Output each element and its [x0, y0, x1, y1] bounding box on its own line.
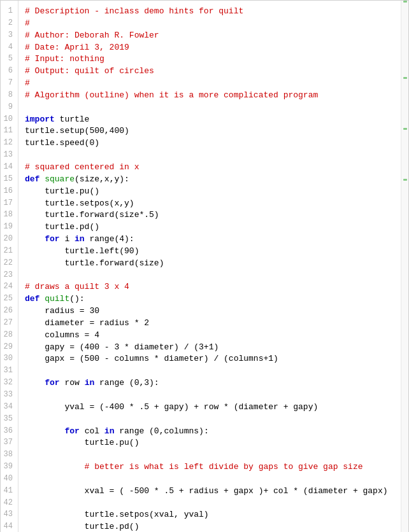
token: quilt	[45, 294, 69, 304]
line-number-24: 24	[3, 281, 15, 293]
line-number-36: 36	[3, 426, 15, 438]
token: turtle.setpos(x,y)	[25, 199, 134, 208]
line-number-26: 26	[3, 305, 15, 318]
token: gapx = (500 - columns * diameter) / (col…	[25, 354, 278, 363]
line-number-17: 17	[3, 198, 15, 210]
token: for	[25, 426, 80, 436]
line-number-16: 16	[3, 186, 15, 198]
token: in	[85, 378, 95, 388]
code-line-38	[25, 449, 396, 461]
code-line-2: #	[25, 18, 396, 30]
code-line-42	[25, 498, 396, 510]
code-line-37: turtle.pu()	[25, 437, 396, 449]
code-line-13	[25, 150, 396, 162]
code-line-4: # Date: April 3, 2019	[25, 42, 396, 54]
token: radius = 30	[25, 306, 99, 316]
line-number-12: 12	[3, 137, 15, 150]
line-number-10: 10	[3, 114, 15, 126]
code-line-7: #	[25, 78, 396, 90]
token: diameter = radius * 2	[25, 318, 149, 328]
line-number-14: 14	[3, 162, 15, 174]
code-line-30: gapx = (500 - columns * diameter) / (col…	[25, 353, 396, 365]
code-line-11: turtle.setup(500,400)	[25, 125, 396, 137]
code-content[interactable]: # Description - inclass demo hints for q…	[18, 1, 401, 532]
code-line-27: diameter = radius * 2	[25, 318, 396, 330]
code-line-23	[25, 270, 396, 282]
token: turtle.pd()	[25, 522, 139, 531]
code-line-9	[25, 102, 396, 114]
token: turtle.forward(size*.5)	[25, 210, 159, 220]
line-number-13: 13	[3, 150, 15, 162]
token: columns = 4	[25, 330, 99, 340]
token: ():	[69, 294, 84, 304]
token: import	[25, 115, 55, 124]
token: range (0,columns):	[114, 426, 208, 436]
line-number-1: 1	[3, 6, 15, 18]
token: turtle.pd()	[25, 222, 99, 232]
code-line-21: turtle.left(90)	[25, 246, 396, 258]
token: for	[25, 378, 60, 388]
line-number-18: 18	[3, 209, 15, 221]
token: col	[80, 426, 104, 436]
code-line-15: def square(size,x,y):	[25, 174, 396, 186]
token: # Output: quilt of circles	[25, 66, 154, 76]
line-number-8: 8	[3, 90, 15, 102]
line-number-32: 32	[3, 377, 15, 389]
token: i	[60, 234, 75, 244]
code-line-36: for col in range (0,columns):	[25, 426, 396, 438]
line-number-19: 19	[3, 221, 15, 234]
line-number-15: 15	[3, 174, 15, 186]
line-number-31: 31	[3, 365, 15, 377]
token: for	[25, 234, 60, 244]
gutter-change-mark	[403, 77, 407, 79]
code-line-1: # Description - inclass demo hints for q…	[25, 6, 396, 18]
token: turtle	[55, 115, 90, 124]
token: # better is what is left divide by gaps …	[25, 462, 363, 472]
code-line-43: turtle.setpos(xval, yval)	[25, 509, 396, 521]
line-number-25: 25	[3, 293, 15, 305]
token: in	[75, 234, 85, 244]
token: def	[25, 174, 39, 184]
line-number-6: 6	[3, 66, 15, 78]
token: turtle.pu()	[25, 186, 99, 196]
code-line-32: for row in range (0,3):	[25, 377, 396, 389]
line-number-3: 3	[3, 30, 15, 42]
code-line-28: columns = 4	[25, 330, 396, 342]
line-number-35: 35	[3, 414, 15, 426]
token: square	[45, 174, 75, 184]
gutter-change-mark	[403, 179, 407, 181]
gutter-change-mark	[403, 128, 407, 130]
token: turtle.forward(size)	[25, 258, 164, 268]
code-line-33	[25, 389, 396, 402]
token: range(4):	[85, 234, 134, 244]
line-number-29: 29	[3, 342, 15, 354]
token: row	[60, 378, 85, 388]
line-number-39: 39	[3, 461, 15, 473]
line-number-27: 27	[3, 318, 15, 330]
line-number-2: 2	[3, 18, 15, 30]
line-number-5: 5	[3, 53, 15, 66]
code-line-17: turtle.setpos(x,y)	[25, 198, 396, 210]
token: # squared centered in x	[25, 162, 139, 172]
code-line-35	[25, 414, 396, 426]
code-line-18: turtle.forward(size*.5)	[25, 209, 396, 221]
line-number-7: 7	[3, 78, 15, 90]
line-number-41: 41	[3, 486, 15, 498]
token: turtle.pu()	[25, 438, 139, 447]
code-line-6: # Output: quilt of circles	[25, 66, 396, 78]
line-number-20: 20	[3, 234, 15, 246]
line-number-44: 44	[3, 521, 15, 532]
token: # Author: Deborah R. Fowler	[25, 31, 159, 40]
code-line-26: radius = 30	[25, 305, 396, 318]
line-number-4: 4	[3, 42, 15, 54]
code-line-19: turtle.pd()	[25, 221, 396, 234]
line-number-40: 40	[3, 473, 15, 486]
token: yval = (-400 * .5 + gapy) + row * (diame…	[25, 402, 318, 412]
code-line-39: # better is what is left divide by gaps …	[25, 461, 396, 473]
line-numbers: 1234567891011121314151617181920212223242…	[1, 1, 18, 532]
token: # Description - inclass demo hints for q…	[25, 6, 243, 16]
line-number-34: 34	[3, 402, 15, 414]
code-line-8: # Algorithm (outline) when it is a more …	[25, 90, 396, 102]
token: in	[104, 426, 115, 436]
code-line-34: yval = (-400 * .5 + gapy) + row * (diame…	[25, 402, 396, 414]
